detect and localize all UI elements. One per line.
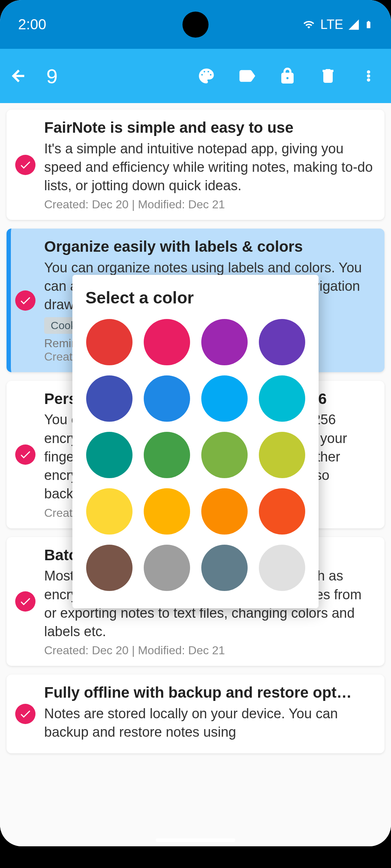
gesture-nav-handle[interactable] bbox=[156, 838, 235, 842]
camera-hole bbox=[182, 12, 209, 38]
dialog-scrim[interactable] bbox=[0, 0, 391, 846]
